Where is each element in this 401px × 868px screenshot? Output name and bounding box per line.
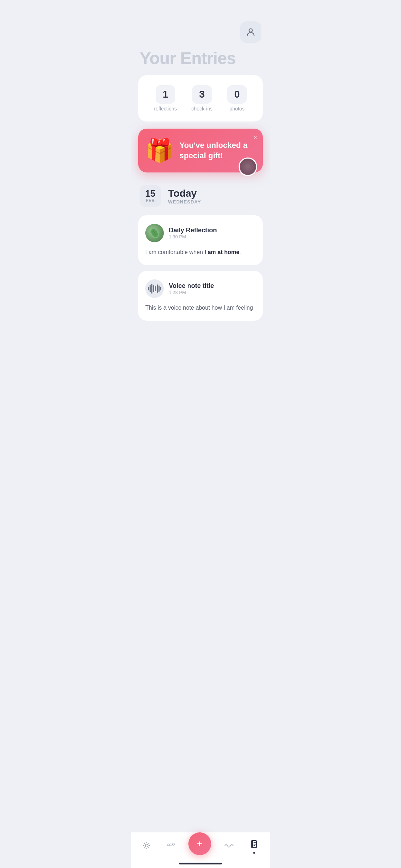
stats-card: 1 reflections 3 check-ins 0 photos — [138, 75, 263, 122]
reflection-text-plain: I am comfortable when — [145, 249, 204, 255]
date-header: 15 FEB Today WEDNESDAY — [131, 182, 270, 215]
profile-button[interactable] — [240, 21, 261, 43]
page-title: Your Entries — [131, 48, 270, 75]
entry-meta-voice: Voice note title 1:28 PM — [169, 282, 214, 295]
entry-meta-reflection: Daily Reflection 1:30 PM — [169, 227, 217, 239]
stat-photos: 0 photos — [227, 85, 247, 112]
photos-count: 0 — [227, 85, 247, 104]
gift-avatar-circle — [239, 157, 257, 176]
reflection-content: I am comfortable when I am at home. — [145, 248, 256, 257]
entry-header-reflection: Daily Reflection 1:30 PM — [145, 224, 256, 242]
header — [131, 0, 270, 48]
gift-text: You've unlocked a special gift! — [179, 140, 256, 161]
daily-reflection-card[interactable]: Daily Reflection 1:30 PM I am comfortabl… — [138, 215, 263, 265]
date-month-label: FEB — [145, 198, 156, 203]
gift-close-button[interactable]: × — [253, 134, 257, 141]
gift-icon: 🎁 — [145, 137, 174, 164]
voice-text: This is a voice note about how I am feel… — [145, 305, 253, 311]
voice-title: Voice note title — [169, 282, 214, 290]
entry-header-voice: Voice note title 1:28 PM — [145, 279, 256, 298]
stat-reflections: 1 reflections — [154, 85, 177, 112]
reflection-time: 1:30 PM — [169, 234, 217, 239]
reflection-title: Daily Reflection — [169, 227, 217, 234]
checkins-count: 3 — [192, 85, 212, 104]
stat-checkins: 3 check-ins — [192, 85, 213, 112]
date-day-number: 15 — [145, 189, 156, 198]
date-badge: 15 FEB — [140, 185, 161, 207]
svg-point-0 — [249, 29, 252, 32]
reflection-avatar — [145, 224, 164, 242]
leaf-icon — [149, 227, 161, 239]
reflection-text-bold: I am at home — [204, 249, 239, 255]
date-today-label: Today — [168, 188, 201, 199]
voice-avatar — [145, 279, 164, 298]
profile-icon — [246, 27, 256, 37]
voice-note-card[interactable]: Voice note title 1:28 PM This is a voice… — [138, 271, 263, 321]
date-text-group: Today WEDNESDAY — [168, 188, 201, 205]
voice-time: 1:28 PM — [169, 290, 214, 295]
waveform-icon — [148, 284, 161, 294]
reflections-count: 1 — [156, 85, 176, 104]
checkins-label: check-ins — [192, 106, 213, 112]
photos-label: photos — [230, 106, 245, 112]
date-weekday-label: WEDNESDAY — [168, 199, 201, 205]
reflections-label: reflections — [154, 106, 177, 112]
phone-screen: Your Entries 1 reflections 3 check-ins 0… — [131, 0, 270, 362]
gift-banner[interactable]: 🎁 You've unlocked a special gift! × — [138, 129, 263, 172]
reflection-text-end: . — [239, 249, 241, 255]
voice-content: This is a voice note about how I am feel… — [145, 304, 256, 312]
